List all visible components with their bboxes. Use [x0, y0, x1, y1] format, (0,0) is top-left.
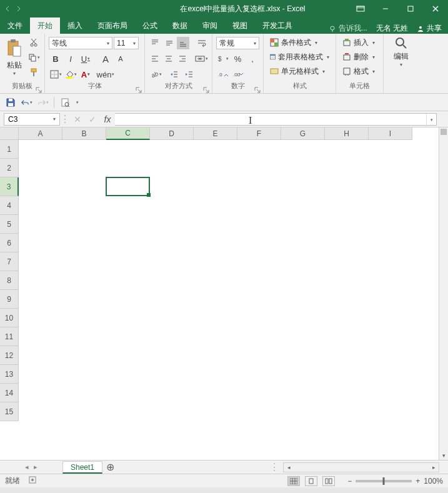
tab-data[interactable]: 数据: [165, 17, 195, 34]
redo-button[interactable]: ▾: [37, 97, 49, 108]
cancel-entry-button[interactable]: ✕: [70, 113, 85, 126]
share-button[interactable]: 共享: [413, 23, 446, 34]
align-middle-button[interactable]: [162, 37, 175, 49]
formula-input[interactable]: I ▾: [115, 113, 437, 126]
vscroll-down-icon[interactable]: ▾: [439, 452, 448, 459]
row-header[interactable]: 7: [0, 252, 19, 271]
tab-dev[interactable]: 开发工具: [255, 17, 300, 34]
row-header[interactable]: 2: [0, 159, 19, 177]
expand-formula-bar[interactable]: ▾: [426, 114, 436, 126]
dec-indent-button[interactable]: [167, 68, 181, 81]
fill-handle[interactable]: [147, 193, 151, 197]
inc-indent-button[interactable]: [182, 68, 196, 81]
row-header[interactable]: 3: [0, 177, 19, 196]
align-top-button[interactable]: [149, 37, 161, 49]
zoom-slider[interactable]: [356, 480, 412, 482]
font-color-button[interactable]: A▾: [79, 68, 92, 81]
grow-font-button[interactable]: A: [99, 52, 112, 65]
row-header[interactable]: 8: [0, 271, 19, 290]
zoom-level[interactable]: 100%: [424, 477, 443, 486]
phonetic-button[interactable]: wén▾: [99, 68, 112, 81]
fx-button[interactable]: fx: [100, 113, 115, 126]
enter-entry-button[interactable]: ✓: [85, 113, 100, 126]
inc-decimal-button[interactable]: .0: [216, 68, 230, 81]
row-header[interactable]: 15: [0, 402, 19, 421]
col-header[interactable]: F: [237, 127, 281, 140]
user-name[interactable]: 无名 无姓: [372, 23, 412, 34]
accounting-button[interactable]: $▾: [216, 52, 230, 65]
font-name-combo[interactable]: 等线▾: [49, 37, 112, 49]
tab-home[interactable]: 开始: [30, 17, 60, 34]
row-header[interactable]: 6: [0, 234, 19, 252]
border-button[interactable]: ▾: [49, 68, 62, 81]
copy-button[interactable]: ▾: [27, 51, 41, 64]
shrink-font-button[interactable]: A: [114, 52, 127, 65]
col-header[interactable]: G: [281, 127, 325, 140]
tab-insert[interactable]: 插入: [60, 17, 90, 34]
vertical-scrollbar[interactable]: ▾: [439, 127, 448, 460]
vscroll-thumb[interactable]: [441, 129, 447, 135]
number-format-combo[interactable]: 常规▾: [216, 37, 259, 49]
row-header[interactable]: 9: [0, 290, 19, 309]
percent-button[interactable]: %: [231, 52, 245, 65]
col-header[interactable]: E: [194, 127, 237, 140]
maximize-button[interactable]: [398, 0, 423, 17]
row-header[interactable]: 11: [0, 327, 19, 346]
clipboard-launcher[interactable]: [36, 84, 43, 92]
row-header[interactable]: 1: [0, 140, 19, 159]
delete-cells-button[interactable]: 删除▾: [340, 51, 379, 63]
wrap-text-button[interactable]: [196, 37, 208, 49]
name-box[interactable]: C3▾: [4, 113, 60, 126]
zoom-out-button[interactable]: −: [347, 477, 352, 486]
row-header[interactable]: 13: [0, 365, 19, 384]
add-sheet-button[interactable]: ⊕: [102, 461, 117, 474]
print-preview-button[interactable]: [59, 97, 71, 108]
tab-view[interactable]: 视图: [225, 17, 255, 34]
comma-button[interactable]: ,: [246, 52, 259, 65]
align-right-button[interactable]: [176, 52, 189, 65]
paste-button[interactable]: 粘贴 ▾: [4, 36, 24, 79]
italic-button[interactable]: I: [64, 52, 77, 65]
row-header[interactable]: 12: [0, 346, 19, 365]
insert-cells-button[interactable]: 插入▾: [340, 36, 379, 49]
horizontal-scrollbar[interactable]: ◂ ▸: [283, 462, 439, 472]
align-center-button[interactable]: [162, 52, 175, 65]
hscroll-left-icon[interactable]: ◂: [284, 464, 294, 471]
cond-format-button[interactable]: 条件格式▾: [267, 36, 332, 49]
row-header[interactable]: 5: [0, 215, 19, 234]
tab-layout[interactable]: 页面布局: [90, 17, 135, 34]
active-cell[interactable]: [106, 177, 150, 196]
col-header[interactable]: C: [106, 127, 150, 140]
cut-button[interactable]: [27, 36, 41, 49]
tell-me[interactable]: 告诉我...: [325, 23, 371, 34]
tab-file[interactable]: 文件: [0, 17, 30, 34]
col-header[interactable]: H: [325, 127, 369, 140]
font-launcher[interactable]: [136, 84, 143, 92]
macro-record-button[interactable]: [29, 476, 36, 486]
format-cells-button[interactable]: 格式▾: [340, 65, 379, 77]
undo-button[interactable]: ▾: [21, 97, 32, 108]
zoom-in-button[interactable]: +: [416, 477, 420, 486]
col-header[interactable]: A: [19, 127, 62, 140]
merge-button[interactable]: ▾: [195, 52, 208, 65]
tab-review[interactable]: 审阅: [195, 17, 225, 34]
normal-view-button[interactable]: [287, 476, 300, 486]
col-header[interactable]: I: [369, 127, 412, 140]
orientation-button[interactable]: ab▾: [149, 68, 162, 81]
sheet-nav[interactable]: ◂▸: [0, 463, 62, 471]
col-header[interactable]: B: [62, 127, 106, 140]
page-layout-view-button[interactable]: [305, 476, 317, 486]
fill-color-button[interactable]: ▾: [64, 68, 77, 81]
dec-decimal-button[interactable]: .00: [231, 68, 245, 81]
ribbon-options-icon[interactable]: [348, 0, 373, 17]
hscroll-right-icon[interactable]: ▸: [429, 464, 439, 471]
number-launcher[interactable]: [254, 84, 262, 92]
close-button[interactable]: [423, 0, 448, 17]
font-size-combo[interactable]: 11▾: [114, 37, 139, 49]
bold-button[interactable]: B: [49, 52, 62, 65]
sheet-tab[interactable]: Sheet1: [62, 461, 102, 474]
minimize-button[interactable]: [373, 0, 398, 17]
save-button[interactable]: [5, 97, 16, 108]
align-launcher[interactable]: [203, 84, 211, 92]
row-header[interactable]: 10: [0, 309, 19, 327]
